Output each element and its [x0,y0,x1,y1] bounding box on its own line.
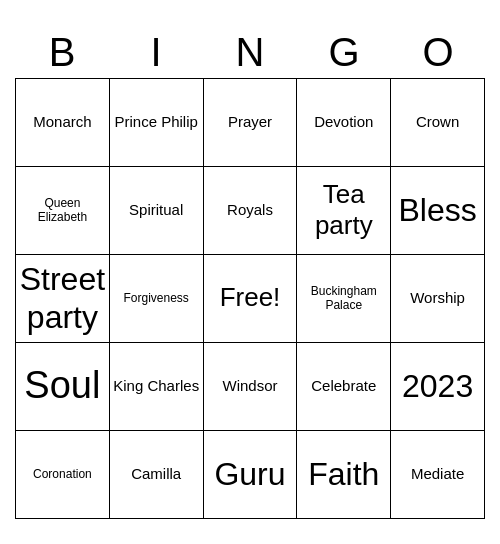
cell-r1-c4: Bless [391,167,485,255]
cell-r4-c3: Faith [297,431,391,519]
cell-r0-c3: Devotion [297,79,391,167]
cell-r4-c0: Coronation [16,431,110,519]
cell-text: Free! [220,282,281,313]
cell-text: Forgiveness [124,291,189,305]
cell-r3-c0: Soul [16,343,110,431]
cell-text: 2023 [402,367,473,405]
cell-r0-c2: Prayer [204,79,298,167]
cell-text: Bless [398,191,476,229]
cell-r2-c3: Buckingham Palace [297,255,391,343]
cell-text: Worship [410,289,465,307]
cell-text: King Charles [113,377,199,395]
cell-text: Camilla [131,465,181,483]
cell-text: Guru [214,455,285,493]
cell-text: Tea party [300,179,387,241]
cell-r2-c1: Forgiveness [110,255,204,343]
cell-text: Prayer [228,113,272,131]
cell-r3-c2: Windsor [204,343,298,431]
cell-text: Prince Philip [115,113,198,131]
cell-text: Street party [19,260,106,337]
cell-text: Coronation [33,467,92,481]
cell-r2-c0: Street party [16,255,110,343]
cell-r1-c0: Queen Elizabeth [16,167,110,255]
bingo-grid: MonarchPrince PhilipPrayerDevotionCrownQ… [15,78,485,519]
cell-r3-c3: Celebrate [297,343,391,431]
cell-r1-c1: Spiritual [110,167,204,255]
cell-text: Buckingham Palace [300,284,387,313]
header-letter: N [203,26,297,78]
bingo-header: BINGO [15,26,485,78]
cell-r1-c2: Royals [204,167,298,255]
header-letter: B [15,26,109,78]
cell-r0-c4: Crown [391,79,485,167]
cell-r0-c1: Prince Philip [110,79,204,167]
cell-r2-c2: Free! [204,255,298,343]
header-letter: O [391,26,485,78]
cell-r4-c2: Guru [204,431,298,519]
cell-r4-c4: Mediate [391,431,485,519]
cell-text: Monarch [33,113,91,131]
cell-r1-c3: Tea party [297,167,391,255]
cell-r3-c4: 2023 [391,343,485,431]
cell-text: Windsor [222,377,277,395]
cell-text: Royals [227,201,273,219]
cell-text: Celebrate [311,377,376,395]
cell-text: Crown [416,113,459,131]
cell-r2-c4: Worship [391,255,485,343]
cell-r3-c1: King Charles [110,343,204,431]
cell-text: Queen Elizabeth [19,196,106,225]
cell-text: Mediate [411,465,464,483]
cell-text: Spiritual [129,201,183,219]
header-letter: G [297,26,391,78]
cell-text: Faith [308,455,379,493]
cell-r4-c1: Camilla [110,431,204,519]
cell-r0-c0: Monarch [16,79,110,167]
cell-text: Devotion [314,113,373,131]
header-letter: I [109,26,203,78]
bingo-card: BINGO MonarchPrince PhilipPrayerDevotion… [15,26,485,519]
cell-text: Soul [24,363,100,409]
